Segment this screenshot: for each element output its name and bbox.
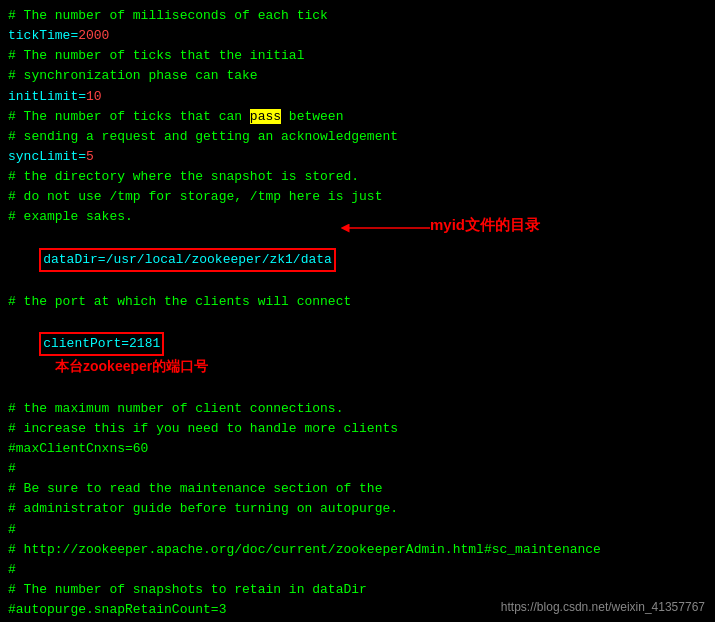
- line-21: #: [8, 520, 707, 540]
- line-4: # synchronization phase can take: [8, 66, 707, 86]
- line-18: #: [8, 459, 707, 479]
- line-12: dataDir=/usr/local/zookeeper/zk1/data: [8, 228, 707, 292]
- line-9: # the directory where the snapshot is st…: [8, 167, 707, 187]
- line-15: # the maximum number of client connectio…: [8, 399, 707, 419]
- line-7: # sending a request and getting an ackno…: [8, 127, 707, 147]
- line-19: # Be sure to read the maintenance sectio…: [8, 479, 707, 499]
- line-24: # The number of snapshots to retain in d…: [8, 580, 707, 600]
- line-14: clientPort=2181 本台zookeeper的端口号: [8, 312, 707, 399]
- footer-url: https://blog.csdn.net/weixin_41357767: [501, 600, 705, 614]
- line-11: # example sakes.: [8, 207, 707, 227]
- line-10: # do not use /tmp for storage, /tmp here…: [8, 187, 707, 207]
- line-5: initLimit=10: [8, 87, 707, 107]
- line-3: # The number of ticks that the initial: [8, 46, 707, 66]
- line-22: # http://zookeeper.apache.org/doc/curren…: [8, 540, 707, 560]
- line-20: # administrator guide before turning on …: [8, 499, 707, 519]
- line-1: # The number of milliseconds of each tic…: [8, 6, 707, 26]
- line-2: tickTime=2000: [8, 26, 707, 46]
- line-17: #maxClientCnxns=60: [8, 439, 707, 459]
- terminal: # The number of milliseconds of each tic…: [0, 0, 715, 622]
- line-6: # The number of ticks that can pass betw…: [8, 107, 707, 127]
- myid-annotation: myid文件的目录: [430, 216, 540, 235]
- line-23: #: [8, 560, 707, 580]
- line-13: # the port at which the clients will con…: [8, 292, 707, 312]
- line-8: syncLimit=5: [8, 147, 707, 167]
- line-16: # increase this if you need to handle mo…: [8, 419, 707, 439]
